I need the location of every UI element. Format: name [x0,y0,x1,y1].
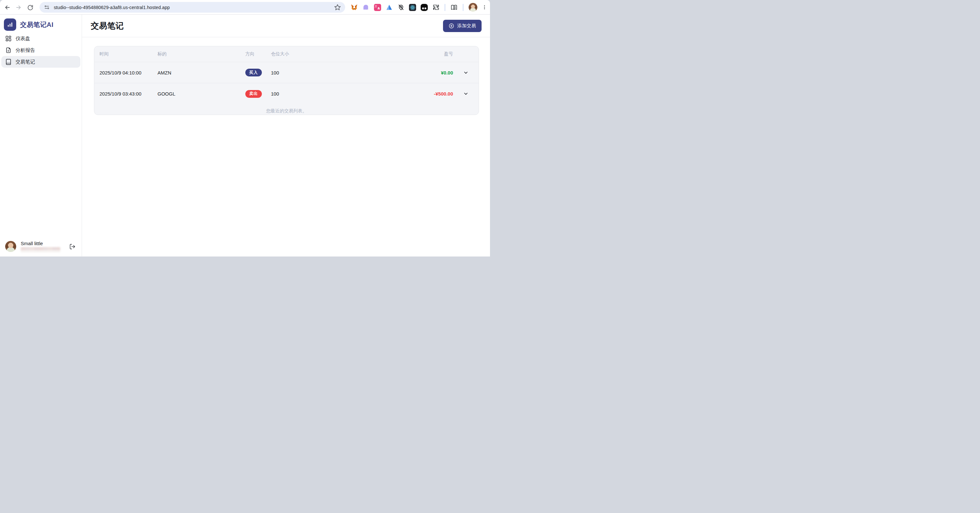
bookmark-star-button[interactable] [334,4,341,12]
cell-symbol: AMZN [158,70,245,75]
browser-toolbar: studio--studio-4954880629-a3af8.us-centr… [0,0,490,14]
night-owl-icon[interactable] [421,4,428,11]
metamask-fox-icon[interactable] [351,4,358,11]
extensions-puzzle-icon[interactable] [432,4,439,11]
logout-icon [69,243,75,250]
report-icon [5,47,12,54]
user-avatar [5,241,16,252]
reading-list-book-icon[interactable] [450,4,458,11]
dashboard-icon [5,35,12,42]
sidebar-item-label: 交易笔记 [16,59,35,65]
sidebar-item-reports[interactable]: 分析报告 [1,44,80,56]
chevron-down-icon [463,91,469,97]
cell-symbol: GOOGL [158,91,245,97]
svg-text:文: 文 [375,5,377,8]
cell-time: 2025/10/9 03:43:00 [100,91,158,97]
toolbar-divider [445,4,445,11]
url-bar[interactable]: studio--studio-4954880629-a3af8.us-centr… [40,2,345,13]
notebook-icon [5,59,12,65]
main-content: 交易笔记 添加交易 时间 标的 方向 仓位大小 盈亏 2025/10/9 04:… [82,14,490,256]
app-brand: 交易笔记AI [0,14,82,31]
back-icon [4,4,11,11]
table-row[interactable]: 2025/10/9 04:10:00 AMZN 买入 100 ¥0.00 [94,62,479,83]
trades-table-card: 时间 标的 方向 仓位大小 盈亏 2025/10/9 04:10:00 AMZN… [94,46,479,115]
browser-window: studio--studio-4954880629-a3af8.us-centr… [0,0,490,256]
star-icon [334,4,341,11]
sidebar-item-label: 仪表盘 [16,36,30,42]
sidebar-item-trade-notes[interactable]: 交易笔记 [1,56,80,68]
bar-chart-icon [6,21,14,28]
phantom-ghost-icon[interactable] [362,4,369,11]
browser-menu-button[interactable] [482,4,487,11]
expand-row-button[interactable] [453,91,479,97]
page-title: 交易笔记 [91,21,124,31]
add-trade-button[interactable]: 添加交易 [443,20,482,32]
svg-text:A: A [377,6,380,10]
sidebar-nav: 仪表盘 分析报告 交易笔记 [0,33,82,68]
sidebar-item-label: 分析报告 [16,47,35,54]
sidebar: 交易笔记AI 仪表盘 分析报告 交易笔记 Small little [0,14,82,256]
vertex-triangle-icon[interactable] [386,4,393,11]
forward-button[interactable] [14,3,22,11]
browser-profile-avatar[interactable] [469,3,477,12]
react-devtools-icon[interactable] [409,4,416,11]
chevron-down-icon [463,70,469,75]
back-button[interactable] [3,3,11,11]
cell-direction: 买入 [245,69,271,76]
table-header-row: 时间 标的 方向 仓位大小 盈亏 [94,46,479,62]
column-header-time: 时间 [100,51,158,57]
user-info: Small little [21,241,68,252]
cell-size: 100 [271,91,404,97]
page-header: 交易笔记 添加交易 [82,14,490,37]
user-name: Small little [21,241,68,246]
reload-button[interactable] [26,3,34,11]
table-caption: 您最近的交易列表。 [94,104,479,114]
column-header-direction: 方向 [245,51,271,57]
translate-icon[interactable]: 文A [374,4,381,11]
site-settings-tune-icon[interactable] [44,5,49,10]
table-row[interactable]: 2025/10/9 03:43:00 GOOGL 卖出 100 -¥500.00 [94,83,479,104]
app-logo [4,19,16,31]
pin-off-icon[interactable] [397,4,404,11]
expand-row-button[interactable] [453,70,479,75]
column-header-symbol: 标的 [158,51,245,57]
reload-icon [27,5,33,11]
add-trade-label: 添加交易 [457,23,476,29]
extensions-area: 文A [351,0,487,14]
direction-badge-sell: 卖出 [245,90,262,98]
cell-pnl: ¥0.00 [404,70,453,75]
toolbar-divider [463,4,463,11]
url-text: studio--studio-4954880629-a3af8.us-centr… [54,5,170,10]
cell-pnl: -¥500.00 [404,91,453,97]
cell-size: 100 [271,70,404,75]
user-email-blurred [21,247,60,252]
column-header-pnl: 盈亏 [404,51,453,57]
app-title: 交易笔记AI [20,21,54,29]
column-header-size: 仓位大小 [271,51,404,57]
logout-button[interactable] [68,242,76,251]
forward-icon [15,4,22,11]
cell-direction: 卖出 [245,90,271,98]
plus-circle-icon [449,23,454,29]
direction-badge-buy: 买入 [245,69,262,76]
sidebar-item-dashboard[interactable]: 仪表盘 [1,33,80,44]
user-section: Small little [0,241,82,252]
kebab-menu-icon [482,5,487,10]
cell-time: 2025/10/9 04:10:00 [100,70,158,75]
